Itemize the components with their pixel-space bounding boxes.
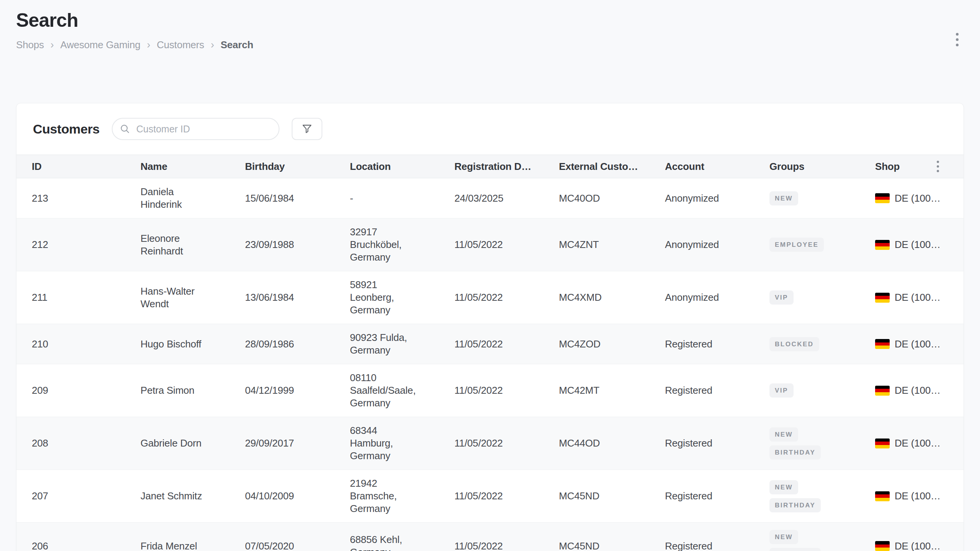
germany-flag-icon	[875, 193, 890, 203]
column-header-external-custo[interactable]: External Custo…	[559, 161, 665, 173]
cell-shop: DE (100…	[875, 384, 948, 397]
cell-birthday: 28/09/1986	[245, 338, 350, 350]
breadcrumb-separator: ›	[147, 40, 150, 50]
page-header: Search Shops›Awesome Gaming›Customers›Se…	[0, 0, 980, 51]
table-row[interactable]: 206 Frida Menzel 07/05/2020 68856 Kehl, …	[16, 523, 964, 551]
breadcrumb-item-shops[interactable]: Shops	[16, 39, 44, 51]
card-header: Customers	[16, 103, 964, 155]
group-badge-birthday: BIRTHDAY	[769, 445, 821, 460]
group-badge-birthday: BIRTHDAY	[769, 498, 821, 512]
cell-name: Hans-Walter Wendt	[140, 285, 245, 310]
cell-name: Petra Simon	[140, 384, 245, 397]
cell-account: Anonymized	[665, 192, 769, 205]
cell-registration-date: 11/05/2022	[454, 291, 559, 304]
customers-table: IDNameBirthdayLocationRegistration D…Ext…	[16, 155, 964, 551]
group-badge-new: NEW	[769, 427, 798, 442]
page-title: Search	[16, 9, 964, 31]
cell-name: Gabriele Dorn	[140, 437, 245, 450]
kebab-dot	[956, 38, 959, 41]
cell-id: 211	[32, 291, 140, 304]
table-row[interactable]: 212 Eleonore Reinhardt 23/09/1988 32917 …	[16, 218, 964, 271]
cell-shop: DE (100…	[875, 338, 948, 350]
column-header-location[interactable]: Location	[350, 161, 454, 173]
table-row[interactable]: 209 Petra Simon 04/12/1999 08110 Saalfel…	[16, 364, 964, 417]
cell-shop: DE (100…	[875, 238, 948, 251]
germany-flag-icon	[875, 439, 890, 448]
cell-id: 208	[32, 437, 140, 450]
cell-external-customer-id: MC40OD	[559, 192, 665, 205]
cell-external-customer-id: MC45ND	[559, 490, 665, 502]
cell-birthday: 13/06/1984	[245, 291, 350, 304]
cell-location: 68344 Hamburg, Germany	[350, 424, 454, 462]
group-badge-blocked: BLOCKED	[769, 337, 819, 351]
table-row[interactable]: 211 Hans-Walter Wendt 13/06/1984 58921 L…	[16, 271, 964, 324]
cell-name: Frida Menzel	[140, 540, 245, 551]
group-badge-new: NEW	[769, 530, 798, 544]
group-badge-birthday: BIRTHDAY	[769, 548, 821, 551]
table-header-row: IDNameBirthdayLocationRegistration D…Ext…	[16, 155, 964, 178]
cell-id: 207	[32, 490, 140, 502]
column-header-id[interactable]: ID	[32, 161, 140, 173]
shop-label: DE (100…	[895, 291, 941, 304]
column-header-groups[interactable]: Groups	[769, 161, 875, 173]
cell-birthday: 29/09/2017	[245, 437, 350, 450]
cell-account: Registered	[665, 338, 769, 350]
breadcrumb: Shops›Awesome Gaming›Customers›Search	[16, 39, 964, 51]
table-row[interactable]: 210 Hugo Bischoff 28/09/1986 90923 Fulda…	[16, 324, 964, 364]
breadcrumb-item-customers[interactable]: Customers	[157, 39, 204, 51]
customers-card: Customers IDNameBirthdayLocationRegistra…	[16, 103, 964, 551]
column-header-name[interactable]: Name	[140, 161, 245, 173]
cell-account: Registered	[665, 437, 769, 450]
card-title: Customers	[33, 122, 100, 137]
cell-account: Registered	[665, 490, 769, 502]
table-row[interactable]: 207 Janet Schmitz 04/10/2009 21942 Brams…	[16, 470, 964, 523]
cell-groups: NEWBIRTHDAY	[769, 530, 875, 551]
group-badge-vip: VIP	[769, 383, 794, 398]
table-row[interactable]: 213 Daniela Hinderink 15/06/1984 - 24/03…	[16, 178, 964, 218]
cell-external-customer-id: MC4XMD	[559, 291, 665, 304]
cell-groups: VIP	[769, 383, 875, 398]
cell-birthday: 15/06/1984	[245, 192, 350, 205]
group-badge-new: NEW	[769, 191, 798, 205]
kebab-dot	[956, 33, 959, 36]
cell-birthday: 04/10/2009	[245, 490, 350, 502]
shop-label: DE (100…	[895, 338, 941, 350]
table-row[interactable]: 208 Gabriele Dorn 29/09/2017 68344 Hambu…	[16, 417, 964, 470]
cell-groups: VIP	[769, 290, 875, 305]
cell-name: Hugo Bischoff	[140, 338, 245, 350]
cell-groups: NEW	[769, 191, 875, 205]
filter-button[interactable]	[292, 118, 322, 140]
group-badge-vip: VIP	[769, 290, 794, 305]
cell-id: 212	[32, 238, 140, 251]
cell-account: Anonymized	[665, 238, 769, 251]
cell-external-customer-id: MC45ND	[559, 540, 665, 551]
cell-account: Anonymized	[665, 291, 769, 304]
table-body: 213 Daniela Hinderink 15/06/1984 - 24/03…	[16, 178, 964, 551]
cell-groups: BLOCKED	[769, 337, 875, 351]
shop-label: DE (100…	[895, 238, 941, 251]
cell-shop: DE (100…	[875, 291, 948, 304]
cell-birthday: 04/12/1999	[245, 384, 350, 397]
germany-flag-icon	[875, 541, 890, 551]
kebab-dot	[956, 44, 959, 46]
shop-label: DE (100…	[895, 490, 941, 502]
cell-registration-date: 24/03/2025	[454, 192, 559, 205]
column-header-account[interactable]: Account	[665, 161, 769, 173]
kebab-dot	[937, 161, 939, 163]
customer-id-search-input[interactable]	[112, 118, 279, 140]
germany-flag-icon	[875, 386, 890, 396]
column-header-birthday[interactable]: Birthday	[245, 161, 350, 173]
cell-location: 08110 Saalfeld/Saale, Germany	[350, 372, 454, 409]
cell-registration-date: 11/05/2022	[454, 540, 559, 551]
kebab-dot	[937, 165, 939, 168]
shop-label: DE (100…	[895, 192, 941, 205]
cell-id: 209	[32, 384, 140, 397]
breadcrumb-item-awesome-gaming[interactable]: Awesome Gaming	[60, 39, 140, 51]
cell-external-customer-id: MC44OD	[559, 437, 665, 450]
column-header-registration-d[interactable]: Registration D…	[454, 161, 559, 173]
cell-registration-date: 11/05/2022	[454, 384, 559, 397]
table-settings-button[interactable]	[934, 158, 941, 174]
cell-groups: NEWBIRTHDAY	[769, 480, 875, 512]
page-context-menu-button[interactable]	[953, 30, 962, 49]
cell-shop: DE (100…	[875, 437, 948, 450]
